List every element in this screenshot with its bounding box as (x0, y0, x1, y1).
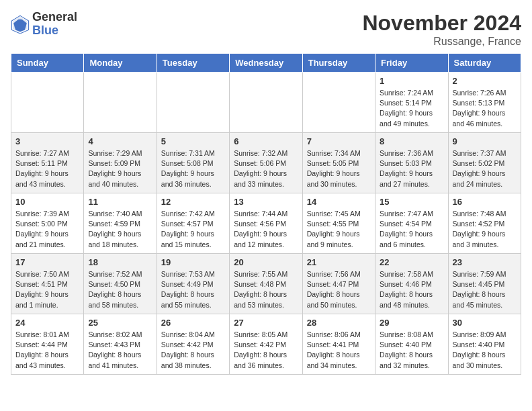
calendar-cell: 25Sunrise: 8:02 AMSunset: 4:43 PMDayligh… (84, 314, 157, 375)
calendar-cell: 20Sunrise: 7:55 AMSunset: 4:48 PMDayligh… (230, 254, 302, 314)
day-info: Sunrise: 8:08 AMSunset: 4:40 PMDaylight:… (380, 330, 443, 371)
day-number: 12 (161, 197, 225, 207)
day-info: Sunrise: 7:29 AMSunset: 5:09 PMDaylight:… (88, 148, 152, 189)
day-info: Sunrise: 7:45 AMSunset: 4:55 PMDaylight:… (307, 209, 371, 250)
day-number: 14 (307, 197, 371, 207)
day-info: Sunrise: 7:27 AMSunset: 5:11 PMDaylight:… (15, 148, 79, 189)
weekday-header-row: SundayMondayTuesdayWednesdayThursdayFrid… (11, 54, 521, 73)
calendar-cell: 4Sunrise: 7:29 AMSunset: 5:09 PMDaylight… (84, 133, 157, 193)
day-info: Sunrise: 8:05 AMSunset: 4:42 PMDaylight:… (234, 330, 298, 371)
location-title: Russange, France (362, 36, 521, 48)
day-number: 17 (15, 257, 79, 267)
day-info: Sunrise: 8:04 AMSunset: 4:42 PMDaylight:… (161, 330, 225, 371)
week-row-4: 17Sunrise: 7:50 AMSunset: 4:51 PMDayligh… (11, 254, 521, 314)
calendar-cell: 10Sunrise: 7:39 AMSunset: 5:00 PMDayligh… (11, 193, 84, 254)
day-info: Sunrise: 8:01 AMSunset: 4:44 PMDaylight:… (15, 330, 79, 371)
calendar-cell: 22Sunrise: 7:58 AMSunset: 4:46 PMDayligh… (375, 254, 448, 314)
day-info: Sunrise: 8:06 AMSunset: 4:41 PMDaylight:… (307, 330, 371, 371)
day-number: 16 (453, 197, 517, 207)
calendar-cell: 6Sunrise: 7:32 AMSunset: 5:06 PMDaylight… (230, 133, 302, 193)
calendar-cell: 2Sunrise: 7:26 AMSunset: 5:13 PMDaylight… (448, 73, 521, 133)
day-number: 21 (307, 257, 371, 267)
day-info: Sunrise: 7:58 AMSunset: 4:46 PMDaylight:… (380, 269, 443, 310)
day-number: 20 (234, 257, 298, 267)
day-info: Sunrise: 7:55 AMSunset: 4:48 PMDaylight:… (234, 269, 298, 310)
day-number: 10 (15, 197, 79, 207)
calendar-cell (11, 73, 84, 133)
calendar-cell: 12Sunrise: 7:42 AMSunset: 4:57 PMDayligh… (157, 193, 229, 254)
day-number: 22 (380, 257, 443, 267)
calendar-cell: 16Sunrise: 7:48 AMSunset: 4:52 PMDayligh… (448, 193, 521, 254)
day-number: 4 (88, 136, 152, 146)
day-info: Sunrise: 7:40 AMSunset: 4:59 PMDaylight:… (88, 209, 152, 250)
calendar-cell: 13Sunrise: 7:44 AMSunset: 4:56 PMDayligh… (230, 193, 302, 254)
day-info: Sunrise: 7:32 AMSunset: 5:06 PMDaylight:… (234, 148, 298, 189)
day-info: Sunrise: 7:59 AMSunset: 4:45 PMDaylight:… (453, 269, 517, 310)
day-info: Sunrise: 7:52 AMSunset: 4:50 PMDaylight:… (88, 269, 152, 310)
day-info: Sunrise: 7:42 AMSunset: 4:57 PMDaylight:… (161, 209, 225, 250)
day-number: 28 (307, 318, 371, 328)
day-info: Sunrise: 7:47 AMSunset: 4:54 PMDaylight:… (380, 209, 443, 250)
day-info: Sunrise: 7:39 AMSunset: 5:00 PMDaylight:… (15, 209, 79, 250)
weekday-header-saturday: Saturday (448, 54, 521, 73)
day-number: 7 (307, 136, 371, 146)
logo-icon (11, 15, 30, 34)
week-row-5: 24Sunrise: 8:01 AMSunset: 4:44 PMDayligh… (11, 314, 521, 375)
day-info: Sunrise: 7:48 AMSunset: 4:52 PMDaylight:… (453, 209, 517, 250)
day-number: 6 (234, 136, 298, 146)
calendar-cell: 8Sunrise: 7:36 AMSunset: 5:03 PMDaylight… (375, 133, 448, 193)
calendar-cell: 17Sunrise: 7:50 AMSunset: 4:51 PMDayligh… (11, 254, 84, 314)
calendar-cell: 30Sunrise: 8:09 AMSunset: 4:40 PMDayligh… (448, 314, 521, 375)
day-info: Sunrise: 7:34 AMSunset: 5:05 PMDaylight:… (307, 148, 371, 189)
day-info: Sunrise: 7:36 AMSunset: 5:03 PMDaylight:… (380, 148, 443, 189)
calendar-cell: 3Sunrise: 7:27 AMSunset: 5:11 PMDaylight… (11, 133, 84, 193)
day-info: Sunrise: 7:44 AMSunset: 4:56 PMDaylight:… (234, 209, 298, 250)
month-title: November 2024 (362, 11, 521, 36)
day-number: 1 (380, 76, 443, 86)
calendar-cell: 23Sunrise: 7:59 AMSunset: 4:45 PMDayligh… (448, 254, 521, 314)
calendar-cell: 27Sunrise: 8:05 AMSunset: 4:42 PMDayligh… (230, 314, 302, 375)
calendar-cell: 7Sunrise: 7:34 AMSunset: 5:05 PMDaylight… (302, 133, 375, 193)
page-header: General Blue November 2024 Russange, Fra… (11, 11, 521, 48)
day-number: 11 (88, 197, 152, 207)
calendar-cell (157, 73, 229, 133)
day-number: 26 (161, 318, 225, 328)
day-number: 2 (453, 76, 517, 86)
day-info: Sunrise: 7:31 AMSunset: 5:08 PMDaylight:… (161, 148, 225, 189)
weekday-header-friday: Friday (375, 54, 448, 73)
calendar-cell (230, 73, 302, 133)
calendar-table: SundayMondayTuesdayWednesdayThursdayFrid… (11, 53, 521, 375)
day-info: Sunrise: 7:26 AMSunset: 5:13 PMDaylight:… (453, 88, 517, 129)
logo-general: General (32, 11, 77, 24)
logo-blue: Blue (32, 24, 77, 38)
day-number: 23 (453, 257, 517, 267)
day-info: Sunrise: 7:53 AMSunset: 4:49 PMDaylight:… (161, 269, 225, 310)
calendar-cell: 11Sunrise: 7:40 AMSunset: 4:59 PMDayligh… (84, 193, 157, 254)
day-number: 18 (88, 257, 152, 267)
calendar-cell: 29Sunrise: 8:08 AMSunset: 4:40 PMDayligh… (375, 314, 448, 375)
day-info: Sunrise: 7:56 AMSunset: 4:47 PMDaylight:… (307, 269, 371, 310)
day-info: Sunrise: 8:02 AMSunset: 4:43 PMDaylight:… (88, 330, 152, 371)
calendar-cell: 5Sunrise: 7:31 AMSunset: 5:08 PMDaylight… (157, 133, 229, 193)
day-number: 13 (234, 197, 298, 207)
day-number: 5 (161, 136, 225, 146)
calendar-cell: 26Sunrise: 8:04 AMSunset: 4:42 PMDayligh… (157, 314, 229, 375)
calendar-cell: 14Sunrise: 7:45 AMSunset: 4:55 PMDayligh… (302, 193, 375, 254)
day-number: 25 (88, 318, 152, 328)
day-number: 8 (380, 136, 443, 146)
logo: General Blue (11, 11, 77, 38)
calendar-cell: 28Sunrise: 8:06 AMSunset: 4:41 PMDayligh… (302, 314, 375, 375)
day-number: 19 (161, 257, 225, 267)
calendar-cell: 9Sunrise: 7:37 AMSunset: 5:02 PMDaylight… (448, 133, 521, 193)
calendar-cell: 15Sunrise: 7:47 AMSunset: 4:54 PMDayligh… (375, 193, 448, 254)
week-row-1: 1Sunrise: 7:24 AMSunset: 5:14 PMDaylight… (11, 73, 521, 133)
title-section: November 2024 Russange, France (362, 11, 521, 48)
weekday-header-wednesday: Wednesday (230, 54, 302, 73)
day-info: Sunrise: 8:09 AMSunset: 4:40 PMDaylight:… (453, 330, 517, 371)
week-row-3: 10Sunrise: 7:39 AMSunset: 5:00 PMDayligh… (11, 193, 521, 254)
day-number: 27 (234, 318, 298, 328)
calendar-cell: 21Sunrise: 7:56 AMSunset: 4:47 PMDayligh… (302, 254, 375, 314)
weekday-header-monday: Monday (84, 54, 157, 73)
calendar-cell: 19Sunrise: 7:53 AMSunset: 4:49 PMDayligh… (157, 254, 229, 314)
day-number: 9 (453, 136, 517, 146)
